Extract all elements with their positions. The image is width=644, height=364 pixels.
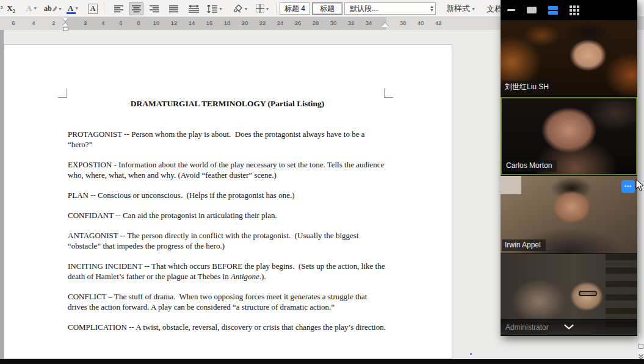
- justify-button[interactable]: [166, 2, 181, 15]
- participant-video-carlos-morton[interactable]: Carlos Morton: [501, 97, 637, 175]
- document-paragraph: CONFIDANT -- Can aid the protagonist in …: [68, 210, 387, 220]
- text-effects-icon: A: [26, 4, 32, 13]
- align-right-icon: [150, 5, 159, 13]
- hanging-indent-marker[interactable]: [62, 23, 68, 26]
- new-style-label: 新样式: [446, 3, 470, 14]
- ruler-number: 34: [366, 20, 372, 26]
- mouse-cursor: [635, 179, 644, 192]
- ruler-number: 16: [206, 20, 213, 26]
- pen-icon: [52, 5, 57, 12]
- document-paragraph: EXPOSTION - Information about the world …: [68, 159, 387, 180]
- participant-name: Carlos Morton: [503, 160, 557, 172]
- shading-button[interactable]: ▼: [231, 2, 250, 15]
- highlight-icon: ab: [44, 4, 52, 13]
- meeting-panel: 刘世红Liu SH Carlos Morton ••• Irwin Appel …: [501, 0, 637, 336]
- document-title: DRAMATURGIAL TERMINOLOGY (Partial Listin…: [68, 98, 387, 109]
- gallery-view-icon[interactable]: [570, 5, 579, 15]
- participant-name: Irwin Appel: [502, 239, 546, 251]
- distribute-button[interactable]: [186, 2, 201, 15]
- new-style-button[interactable]: 新样式▼: [443, 2, 479, 15]
- ruler-number: 22: [259, 20, 266, 26]
- ruler-number: 6: [12, 20, 15, 26]
- ruler-number: 30: [330, 20, 337, 26]
- document-paragraph: PROTAGONIST -- Person whom the play is a…: [68, 129, 387, 150]
- more-options-button[interactable]: •••: [621, 180, 635, 193]
- panel-bottom-bar: Administrator: [501, 319, 637, 335]
- ruler-number: 2: [52, 20, 55, 26]
- participant-video-irwin-appel[interactable]: ••• Irwin Appel: [501, 176, 637, 253]
- align-left-button[interactable]: [111, 2, 126, 15]
- style-gallery-scroll[interactable]: ▲▼: [430, 5, 434, 12]
- ruler-number: 24: [277, 20, 284, 26]
- align-center-button[interactable]: [129, 2, 143, 15]
- toolbar-divider: [104, 2, 104, 14]
- document-paragraphs: PROTAGONIST -- Person whom the play is a…: [68, 129, 387, 332]
- borders-button[interactable]: ▼: [253, 2, 272, 15]
- participant-name: Administrator: [501, 323, 549, 332]
- ruler-number: 26: [295, 20, 302, 26]
- ruler-number: 12: [171, 20, 178, 26]
- screen-bottom-edge: [0, 359, 644, 364]
- ruler-number: 40: [418, 20, 424, 26]
- justify-icon: [169, 5, 178, 13]
- participant-video-administrator[interactable]: Administrator: [501, 254, 637, 335]
- select-browse-object-icon[interactable]: [639, 344, 643, 349]
- participant-video-liu-sh[interactable]: 刘世红Liu SH: [501, 20, 637, 96]
- ruler-number: 4: [101, 20, 104, 26]
- minimize-icon[interactable]: [507, 9, 515, 11]
- collapse-panel-button[interactable]: [557, 321, 581, 333]
- line-spacing-button[interactable]: ▼: [205, 2, 225, 15]
- ruler-number: 14: [189, 20, 195, 26]
- first-line-indent-marker[interactable]: [62, 18, 68, 21]
- align-center-icon: [132, 5, 141, 13]
- character-border-button[interactable]: A: [85, 2, 100, 15]
- ruler-number: 6: [119, 20, 122, 26]
- distribute-icon: [189, 5, 199, 13]
- document-paragraph: COMPLICATION -- A twist, obstacle, rever…: [68, 322, 387, 332]
- speaker-view-icon[interactable]: [527, 7, 537, 13]
- style-default-paragraph[interactable]: 默认段...▲▼: [344, 2, 436, 15]
- ruler-number: 2: [84, 20, 87, 26]
- shading-bucket-icon: [233, 4, 243, 13]
- participant-name: 刘世红Liu SH: [502, 81, 554, 94]
- document-paragraph: ANTAGONIST -- The person directly in con…: [68, 230, 387, 251]
- line-spacing-icon: [207, 5, 217, 13]
- chevron-down-icon: [564, 324, 574, 330]
- glasses-shape: [579, 291, 597, 296]
- ruler-number: 28: [313, 20, 319, 26]
- document-paragraph: PLAN -- Conscious or unconscious. (Helps…: [68, 190, 387, 200]
- font-color-button[interactable]: A▼: [65, 2, 82, 15]
- ruler-number: 4: [32, 20, 35, 26]
- ruler-number: 18: [224, 20, 231, 26]
- align-right-button[interactable]: [147, 2, 161, 15]
- ruler-number: 32: [348, 20, 355, 26]
- document-page[interactable]: DRAMATURGIAL TERMINOLOGY (Partial Listin…: [4, 44, 452, 359]
- document-content[interactable]: DRAMATURGIAL TERMINOLOGY (Partial Listin…: [68, 98, 387, 342]
- left-indent-marker[interactable]: [63, 27, 68, 31]
- character-border-icon: A: [88, 4, 98, 14]
- align-left-icon: [114, 5, 123, 13]
- ruler-number: 10: [153, 20, 160, 26]
- ruler-number: 20: [242, 20, 248, 26]
- borders-grid-icon: [256, 4, 264, 13]
- style-heading[interactable]: 标题: [312, 2, 342, 15]
- document-paragraph: INCITING INCIDENT -- That which occurs B…: [68, 261, 387, 282]
- color-swatch: [67, 12, 76, 14]
- highlight-button[interactable]: ab▼: [44, 2, 62, 15]
- stray-mark: [470, 353, 472, 355]
- document-paragraph: CONFLICT – The stuff of drama. When two …: [68, 291, 387, 312]
- text-boundary-mark-right: [384, 89, 393, 98]
- right-indent-marker[interactable]: [382, 23, 389, 27]
- strip-view-icon[interactable]: [548, 6, 558, 15]
- text-effects-button[interactable]: A▼: [23, 2, 40, 15]
- text-boundary-mark-left: [58, 89, 67, 98]
- toolbar-divider: [276, 2, 277, 14]
- panel-view-controls: [501, 0, 637, 20]
- style-label: 默认段...: [350, 4, 378, 14]
- ruler-number: 42: [435, 20, 442, 26]
- ruler-number: 8: [137, 20, 140, 26]
- ruler-number: 38: [400, 20, 407, 26]
- subscript-button[interactable]: X₂: [4, 2, 18, 15]
- style-heading4[interactable]: 标题 4: [280, 2, 310, 15]
